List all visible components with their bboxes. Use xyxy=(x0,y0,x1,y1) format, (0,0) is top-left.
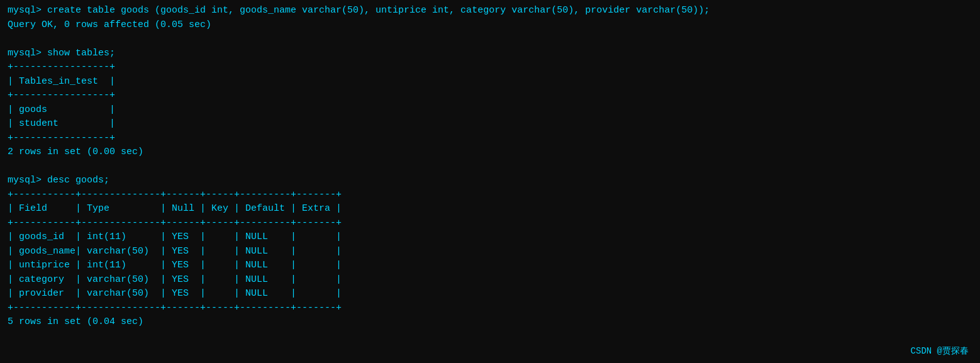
cmd3-line: mysql> desc goods; xyxy=(8,174,972,188)
prompt-1: mysql> xyxy=(8,5,47,16)
prompt-3: mysql> xyxy=(8,175,47,186)
drow2-line: | goods_name| varchar(50) | YES | | NULL… xyxy=(8,245,972,259)
ok2-line: 2 rows in set (0.00 sec) xyxy=(8,145,972,160)
border5-line: +-----------+--------------+------+-----… xyxy=(8,216,972,231)
cmd2-text: show tables; xyxy=(47,48,115,59)
cmd1-text: create table goods (goods_id int, goods_… xyxy=(47,5,710,16)
prompt-2: mysql> xyxy=(8,48,47,59)
cmd1-line: mysql> create table goods (goods_id int,… xyxy=(8,4,972,18)
watermark: CSDN @贾探春 xyxy=(911,345,969,358)
border1-line: +-----------------+ xyxy=(8,60,972,75)
cmd2-line: mysql> show tables; xyxy=(8,47,972,61)
drow1-line: | goods_id | int(11) | YES | | NULL | | xyxy=(8,230,972,245)
cmd3-text: desc goods; xyxy=(47,175,109,186)
header1-line: | Tables_in_test | xyxy=(8,75,972,89)
row2-line: | student | xyxy=(8,117,972,131)
terminal-output: mysql> create table goods (goods_id int,… xyxy=(8,4,972,330)
blank2-line xyxy=(8,160,972,174)
border2-line: +-----------------+ xyxy=(8,89,972,103)
border4-line: +-----------+--------------+------+-----… xyxy=(8,188,972,203)
border6-line: +-----------+--------------+------+-----… xyxy=(8,301,972,316)
row1-line: | goods | xyxy=(8,103,972,118)
header2-line: | Field | Type | Null | Key | Default | … xyxy=(8,202,972,216)
ok1-line: Query OK, 0 rows affected (0.05 sec) xyxy=(8,18,972,33)
drow5-line: | provider | varchar(50) | YES | | NULL … xyxy=(8,287,972,301)
border3-line: +-----------------+ xyxy=(8,131,972,146)
blank1-line xyxy=(8,32,972,47)
drow4-line: | category | varchar(50) | YES | | NULL … xyxy=(8,273,972,288)
drow3-line: | untiprice | int(11) | YES | | NULL | | xyxy=(8,259,972,273)
ok3-line: 5 rows in set (0.04 sec) xyxy=(8,315,972,330)
